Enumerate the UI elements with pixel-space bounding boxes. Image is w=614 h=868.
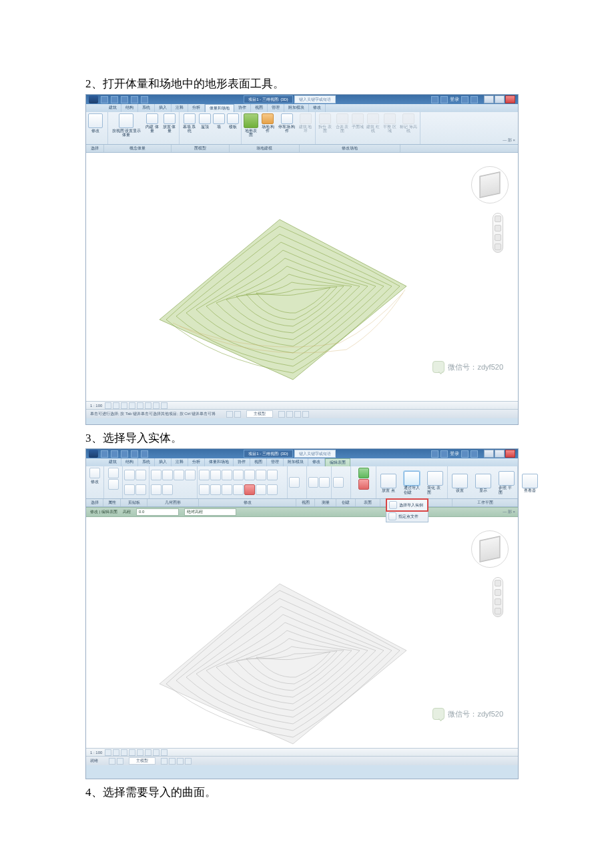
tab-analyze[interactable]: 分析	[188, 458, 205, 466]
tool-split[interactable]	[199, 484, 210, 495]
tool-offset[interactable]	[210, 470, 221, 480]
tool-mirror[interactable]	[222, 470, 232, 480]
close-button[interactable]	[505, 95, 515, 103]
tool-delete[interactable]	[244, 484, 255, 495]
tab-insert[interactable]: 插入	[155, 458, 172, 466]
tool-cutgeo[interactable]	[162, 470, 173, 480]
dropdown-points-file[interactable]: 指定点文件	[386, 511, 428, 522]
vc-crop-icon[interactable]	[137, 402, 143, 409]
tab-addins[interactable]: 附加模块	[284, 104, 309, 112]
nav-wheel-icon[interactable]	[495, 215, 501, 222]
3d-viewport-2[interactable]: 微信号：zdyf520	[86, 517, 518, 748]
tool-cancel[interactable]	[358, 479, 369, 490]
tool-curtain-sys[interactable]: 幕墙 系统	[182, 113, 197, 133]
tool-properties[interactable]	[108, 468, 119, 478]
tool-property-line[interactable]: 建筑 红线	[366, 113, 380, 133]
qat-print-icon[interactable]	[141, 96, 148, 103]
tool-finish[interactable]	[358, 468, 369, 478]
tab-system[interactable]: 系统	[138, 104, 155, 112]
tool-pin[interactable]	[233, 484, 244, 495]
qat-redo-icon[interactable]	[131, 96, 138, 103]
dropdown-select-import-instance[interactable]: 选择导入实例	[386, 498, 428, 512]
tool-viewer[interactable]: 查看器	[519, 472, 541, 493]
tool-wall[interactable]: 墙	[213, 113, 225, 129]
tool-place-mass[interactable]: 放置 体量	[162, 113, 177, 133]
nav-orbit-icon[interactable]	[495, 608, 501, 614]
vc-sun-icon[interactable]	[129, 402, 135, 409]
tool-trim[interactable]	[267, 470, 278, 480]
exchange-icon[interactable]	[461, 96, 469, 103]
tab-modify[interactable]: 修改	[308, 458, 325, 466]
tool-rotate[interactable]	[256, 470, 266, 480]
max-button[interactable]	[495, 95, 505, 103]
scale-label[interactable]: 1 : 100	[90, 404, 102, 408]
min-button[interactable]	[484, 95, 494, 103]
tab-view[interactable]: 视图	[250, 458, 267, 466]
tool-type-prop[interactable]	[108, 479, 119, 490]
qat-save-icon[interactable]	[111, 450, 118, 458]
vc-icon[interactable]	[113, 749, 119, 756]
nav-wheel-icon[interactable]	[495, 580, 501, 586]
exchange-icon[interactable]	[461, 450, 469, 458]
star-icon[interactable]	[440, 96, 448, 103]
tab-structure[interactable]: 结构	[121, 104, 138, 112]
tool-roof[interactable]: 屋顶	[199, 113, 211, 129]
options-elev-mode[interactable]: 绝对高程	[184, 508, 236, 516]
nav-bar[interactable]	[493, 213, 503, 253]
tool-align[interactable]	[199, 470, 210, 480]
tool-unpin[interactable]	[267, 484, 278, 495]
tab-massing-site[interactable]: 体量和场地	[205, 104, 234, 112]
qat-open-icon[interactable]	[101, 450, 108, 458]
workset-label[interactable]: 主模型	[246, 410, 273, 418]
tab-view[interactable]: 视图	[251, 104, 268, 112]
app-logo-icon[interactable]	[89, 95, 98, 103]
vc-icon[interactable]	[105, 749, 111, 756]
tool-split-surface[interactable]: 拆分 表面	[318, 113, 332, 133]
tool-cope[interactable]	[151, 470, 162, 480]
qat-open-icon[interactable]	[101, 96, 108, 103]
help-icon[interactable]	[471, 96, 478, 103]
qat-print-icon[interactable]	[141, 450, 148, 458]
tool-match[interactable]	[135, 484, 146, 495]
tool-measure[interactable]	[308, 477, 319, 488]
tool-graded-region[interactable]: 平整 区域	[382, 113, 397, 133]
options-elev-input[interactable]: 0.0	[136, 508, 179, 516]
tool-modify[interactable]	[89, 468, 100, 478]
tool-array[interactable]	[210, 484, 221, 495]
vc-reveal-icon[interactable]	[153, 402, 160, 409]
sb-icon[interactable]	[226, 411, 233, 418]
star-icon[interactable]	[440, 450, 448, 458]
scale-label[interactable]: 1 : 100	[90, 751, 102, 755]
tool-create[interactable]	[333, 477, 344, 488]
panel-collapse-label[interactable]: — 部 ×	[503, 509, 515, 515]
3d-viewport[interactable]: 微信号：zdyf520	[86, 153, 518, 401]
tab-analyze[interactable]: 分析	[188, 104, 205, 112]
sb-icon[interactable]	[294, 411, 301, 418]
tool-floor[interactable]: 楼板	[227, 113, 239, 129]
viewcube[interactable]	[470, 529, 510, 569]
sb-icon[interactable]	[234, 411, 241, 418]
tool-group[interactable]	[256, 484, 266, 495]
tab-architecture[interactable]: 建筑	[105, 458, 121, 466]
workset-label[interactable]: 主模型	[129, 757, 156, 765]
tab-manage[interactable]: 管理	[267, 458, 284, 466]
tab-collaborate[interactable]: 协作	[234, 458, 250, 466]
tab-massing-site[interactable]: 体量和场地	[205, 458, 234, 466]
tool-copy[interactable]	[124, 484, 135, 495]
infocenter-icon[interactable]	[431, 96, 438, 103]
tool-demolish[interactable]	[162, 484, 173, 495]
tab-insert[interactable]: 插入	[155, 104, 172, 112]
tool-create-from-import[interactable]: 通过导入 创建	[401, 470, 422, 495]
viewcube[interactable]	[470, 165, 510, 205]
tool-copy2[interactable]	[244, 470, 255, 480]
nav-orbit-icon[interactable]	[495, 244, 501, 250]
login-label[interactable]: 登录	[450, 96, 459, 103]
qat-save-icon[interactable]	[111, 96, 118, 103]
qat-redo-icon[interactable]	[131, 450, 138, 458]
qat-undo-icon[interactable]	[121, 450, 128, 458]
min-button[interactable]	[484, 450, 494, 458]
sb-icon[interactable]	[109, 758, 115, 765]
tool-view[interactable]	[289, 477, 300, 488]
close-button[interactable]	[505, 450, 515, 458]
panel-collapse-label[interactable]: — 部 ×	[503, 137, 515, 143]
